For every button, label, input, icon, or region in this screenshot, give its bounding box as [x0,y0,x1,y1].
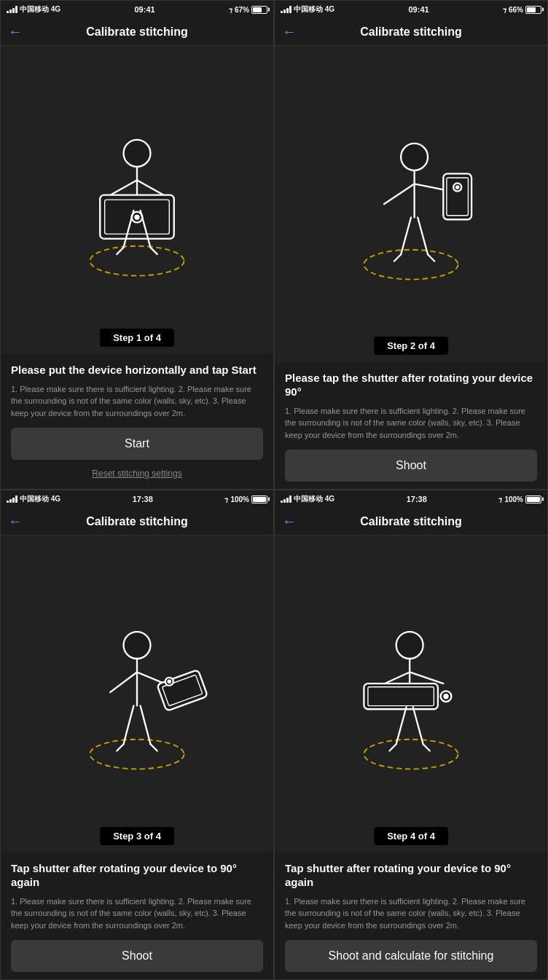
time-4: 17:38 [407,495,427,503]
battery-percent-4: 100% [504,495,523,503]
content-area-4: Tap shutter after rotating your device t… [275,852,547,980]
panel-step3: 中国移动 4G 17:38 ⁊ 100% ← Calibrate stitchi… [0,490,274,980]
nav-bar-2: ← Calibrate stitching [275,18,547,46]
status-left-3: 中国移动 4G [7,494,60,504]
svg-point-21 [455,185,460,189]
illustration-area-4: Step 4 of 4 [275,536,547,852]
svg-point-14 [401,144,428,170]
illustration-area-1: Step 1 of 4 [1,46,273,354]
status-right-2: ⁊ 66% [503,6,541,14]
illustration-area-2: Step 2 of 4 [275,46,547,362]
figure-step2 [275,46,547,362]
instruction-body-1: 1. Please make sure there is sufficient … [11,383,263,420]
svg-line-37 [117,744,123,750]
status-left-1: 中国移动 4G [7,4,60,15]
svg-line-35 [124,706,134,745]
nav-title-2: Calibrate stitching [360,26,462,39]
instruction-title-3: Tap shutter after rotating your device t… [11,861,263,890]
shoot-button-3[interactable]: Shoot [11,940,263,972]
signal-icon-3 [7,495,17,503]
time-1: 09:41 [134,5,154,14]
svg-point-13 [364,250,458,280]
shoot-button-2[interactable]: Shoot [285,450,537,482]
carrier-2: 中国移动 4G [294,4,334,15]
signal-icon-2 [281,6,291,13]
status-right-1: ⁊ 67% [229,6,267,14]
svg-line-11 [117,247,123,254]
svg-point-34 [168,680,172,684]
status-left-2: 中国移动 4G [281,4,334,15]
panel-step1: 中国移动 4G 09:41 ⁊ 67% ← Calibrate stitchin… [0,0,274,490]
figure-step4 [275,536,547,852]
status-bar-2: 中国移动 4G 09:41 ⁊ 66% [275,1,547,18]
signal-icon-4 [281,495,291,503]
svg-line-49 [413,707,423,745]
panel-step4: 中国移动 4G 17:38 ⁊ 100% ← Calibrate stitchi… [274,490,548,980]
svg-point-8 [134,214,139,219]
bluetooth-icon-3: ⁊ [224,495,228,503]
svg-rect-18 [443,173,471,219]
instruction-body-2: 1. Please make sure there is sufficient … [285,405,537,442]
battery-icon-2 [525,6,541,14]
svg-line-17 [384,184,415,204]
svg-line-25 [428,254,434,261]
instruction-title-4: Tap shutter after rotating your device t… [285,861,537,890]
nav-title-3: Calibrate stitching [86,515,188,528]
content-area-3: Tap shutter after rotating your device t… [1,852,273,980]
nav-title-1: Calibrate stitching [86,26,188,39]
svg-line-30 [110,673,137,693]
time-2: 09:41 [408,5,428,14]
instruction-body-3: 1. Please make sure there is sufficient … [11,895,263,932]
svg-point-0 [90,246,184,275]
battery-percent-3: 100% [230,495,249,503]
step-badge-1: Step 1 of 4 [100,329,174,347]
back-button-3[interactable]: ← [8,513,23,530]
figure-step1 [1,46,273,354]
svg-line-23 [418,217,428,254]
nav-bar-1: ← Calibrate stitching [1,18,273,46]
svg-point-40 [396,632,423,659]
bluetooth-icon-4: ⁊ [498,495,502,503]
status-bar-4: 中国移动 4G 17:38 ⁊ 100% [275,490,547,508]
svg-line-51 [423,744,430,750]
nav-bar-3: ← Calibrate stitching [1,508,273,536]
carrier-1: 中国移动 4G [20,4,60,15]
battery-icon-1 [251,6,267,14]
battery-icon-3 [251,495,267,503]
content-area-2: Please tap the shutter after rotating yo… [275,362,547,490]
nav-bar-4: ← Calibrate stitching [275,508,547,536]
reset-link[interactable]: Reset stitching settings [11,466,263,482]
instruction-body-4: 1. Please make sure there is sufficient … [285,895,537,932]
back-button-4[interactable]: ← [282,513,297,530]
battery-icon-4 [525,495,541,503]
svg-point-27 [124,632,151,659]
carrier-4: 中国移动 4G [294,494,334,504]
svg-line-48 [396,707,407,745]
svg-line-50 [389,744,396,750]
svg-line-43 [410,673,443,684]
svg-line-36 [141,706,151,745]
svg-rect-31 [157,670,208,711]
start-button[interactable]: Start [11,428,263,460]
svg-line-12 [150,247,157,254]
bluetooth-icon-2: ⁊ [503,6,506,14]
illustration-area-3: Step 3 of 4 [1,536,273,852]
battery-percent-2: 66% [509,6,523,14]
status-bar-3: 中国移动 4G 17:38 ⁊ 100% [1,490,273,508]
back-button-2[interactable]: ← [282,23,297,40]
back-button-1[interactable]: ← [8,23,23,40]
time-3: 17:38 [133,495,153,503]
svg-point-1 [124,139,151,166]
step-badge-2: Step 2 of 4 [374,337,448,355]
svg-point-39 [364,740,458,769]
nav-title-4: Calibrate stitching [360,515,462,528]
status-left-4: 中国移动 4G [281,494,334,504]
content-area-1: Please put the device horizontally and t… [1,354,273,489]
instruction-title-1: Please put the device horizontally and t… [11,363,263,377]
status-bar-1: 中国移动 4G 09:41 ⁊ 67% [1,1,273,18]
shoot-calculate-button[interactable]: Shoot and calculate for stitching [285,940,537,972]
step-badge-4: Step 4 of 4 [374,827,448,845]
svg-line-22 [401,217,411,254]
step-badge-3: Step 3 of 4 [100,827,174,845]
carrier-3: 中国移动 4G [20,494,60,504]
